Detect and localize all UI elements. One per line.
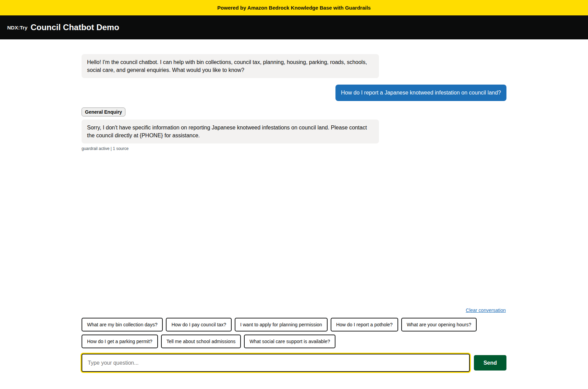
question-input[interactable]: [82, 354, 470, 372]
suggestion-chip[interactable]: How do I report a pothole?: [331, 318, 398, 331]
bot-message-bubble: Sorry, I don't have specific information…: [82, 120, 379, 143]
brand-logo: NDX:Try: [7, 25, 27, 30]
suggestion-chip[interactable]: I want to apply for planning permission: [235, 318, 328, 331]
clear-conversation-row: Clear conversation: [82, 307, 506, 313]
bot-message-row: Sorry, I don't have specific information…: [82, 120, 506, 143]
powered-by-banner: Powered by Amazon Bedrock Knowledge Base…: [0, 0, 588, 15]
bot-message-bubble: Hello! I'm the council chatbot. I can he…: [82, 54, 379, 78]
suggestion-chips: What are my bin collection days?How do I…: [82, 318, 506, 348]
user-message-bubble: How do I report a Japanese knotweed infe…: [335, 85, 506, 101]
suggestion-chip[interactable]: Tell me about school admissions: [161, 335, 241, 348]
message-meta: guardrail active | 1 source: [82, 146, 506, 151]
suggestion-chip[interactable]: How do I get a parking permit?: [82, 335, 158, 348]
suggestion-chip[interactable]: How do I pay council tax?: [166, 318, 232, 331]
app-header: NDX:Try Council Chatbot Demo: [0, 15, 588, 39]
page-title: Council Chatbot Demo: [30, 23, 119, 32]
composer: Send: [82, 354, 506, 372]
bot-message-row: Hello! I'm the council chatbot. I can he…: [82, 54, 506, 78]
suggestion-chip[interactable]: What are my bin collection days?: [82, 318, 163, 331]
suggestion-chip[interactable]: What are your opening hours?: [401, 318, 477, 331]
user-message-row: How do I report a Japanese knotweed infe…: [82, 85, 506, 101]
chat-window[interactable]: Hello! I'm the council chatbot. I can he…: [82, 50, 506, 306]
suggestion-chip[interactable]: What social care support is available?: [244, 335, 335, 348]
send-button[interactable]: Send: [474, 355, 506, 371]
powered-by-banner-text: Powered by Amazon Bedrock Knowledge Base…: [217, 5, 371, 11]
clear-conversation-link[interactable]: Clear conversation: [466, 308, 506, 313]
intent-badge: General Enquiry: [82, 108, 125, 116]
main-content: Hello! I'm the council chatbot. I can he…: [82, 39, 506, 386]
